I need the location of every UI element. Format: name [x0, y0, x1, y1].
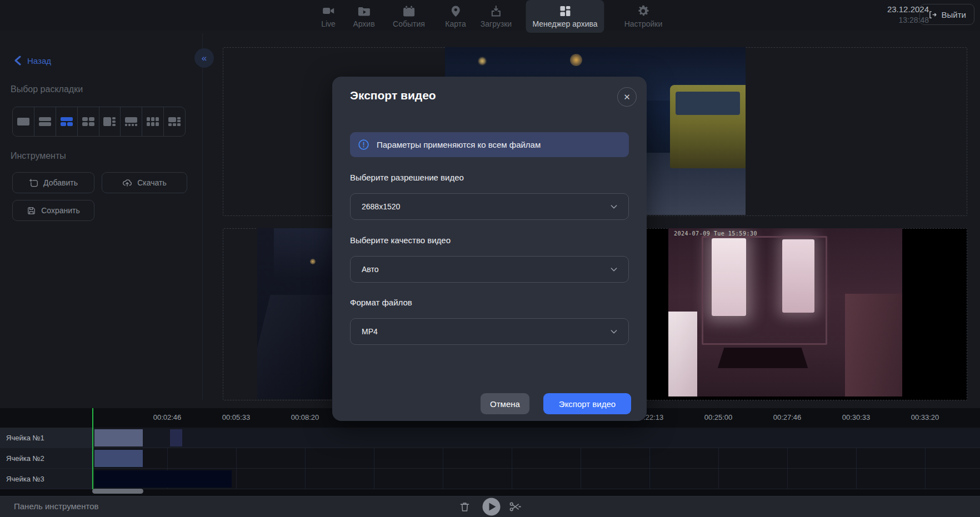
- layout-option-4[interactable]: [78, 107, 99, 136]
- recording-segment[interactable]: [94, 450, 143, 467]
- nav-item-label: Загрузки: [481, 19, 512, 28]
- archive-manager-screen: Live Архив События Карта Загрузки Менедж…: [0, 0, 980, 517]
- add-button-label: Добавить: [43, 178, 78, 187]
- layout-7-icon: [146, 116, 160, 127]
- play-button[interactable]: [482, 497, 501, 516]
- save-button[interactable]: Сохранить: [12, 200, 94, 221]
- layout-6-icon: [124, 116, 138, 127]
- nav-item-settings[interactable]: Настройки: [618, 2, 669, 31]
- save-button-label: Сохранить: [41, 206, 80, 215]
- chevron-down-icon: [609, 265, 618, 274]
- timeline-row-3[interactable]: Ячейка №3: [0, 469, 980, 489]
- row-label: Ячейка №3: [0, 469, 92, 489]
- format-select[interactable]: MP4: [350, 318, 629, 345]
- street-light-glow: [478, 57, 486, 65]
- time-tick: 00:25:00: [704, 413, 733, 421]
- layout-2-icon: [38, 116, 52, 127]
- format-field-label: Формат файлов: [350, 298, 412, 307]
- floppy-disk-icon: [27, 206, 36, 215]
- top-nav-bar: Live Архив События Карта Загрузки Менедж…: [0, 0, 980, 31]
- recording-segment[interactable]: [94, 429, 143, 446]
- map-pin-icon: [449, 4, 462, 18]
- time-tick: 00:08:20: [291, 413, 319, 421]
- nav-item-downloads[interactable]: Загрузки: [474, 2, 518, 31]
- cut-button[interactable]: [508, 500, 521, 513]
- layout-option-3-selected[interactable]: [56, 107, 78, 136]
- bus-windows: [676, 92, 740, 115]
- nav-item-label: Live: [321, 19, 336, 28]
- add-button[interactable]: Добавить: [12, 172, 94, 193]
- back-link[interactable]: Назад: [14, 56, 51, 66]
- delete-button[interactable]: [459, 501, 471, 513]
- nav-item-events[interactable]: События: [386, 2, 432, 31]
- mosaic-grid-icon: [558, 4, 572, 18]
- nav-item-map[interactable]: Карта: [438, 2, 472, 31]
- trash-icon: [459, 501, 471, 513]
- nav-item-live[interactable]: Live: [314, 2, 342, 31]
- toolbar-title: Панель инструментов: [14, 501, 98, 511]
- play-icon: [482, 497, 501, 516]
- radiator: [668, 312, 697, 396]
- chevron-down-icon: [609, 202, 618, 211]
- info-banner-text: Параметры применяются ко всем файлам: [377, 140, 541, 149]
- time-tick: 00:30:33: [842, 413, 871, 421]
- timeline-row-2[interactable]: Ячейка №2: [0, 448, 980, 469]
- nav-item-label: События: [393, 19, 425, 28]
- resolution-field-label: Выберите разрешение видео: [350, 173, 464, 182]
- add-copy-icon: [29, 178, 38, 188]
- calendar-icon: [402, 4, 416, 18]
- close-modal-button[interactable]: ✕: [617, 87, 637, 107]
- playhead-marker[interactable]: [92, 408, 93, 489]
- info-banner: Параметры применяются ко всем файлам: [350, 132, 629, 157]
- layout-option-7[interactable]: [142, 107, 164, 136]
- nav-item-archive-manager[interactable]: Менеджер архива: [526, 0, 604, 33]
- logout-button[interactable]: Выйти: [919, 4, 974, 25]
- download-button-label: Скачать: [137, 178, 167, 187]
- scissors-icon: [508, 500, 521, 513]
- recording-segment[interactable]: [94, 470, 232, 488]
- layout-selector: [12, 107, 186, 137]
- quality-value: Авто: [362, 265, 379, 274]
- resolution-value: 2688x1520: [362, 202, 400, 211]
- cancel-button[interactable]: Отмена: [481, 393, 529, 414]
- recording-segment[interactable]: [170, 429, 182, 446]
- resolution-select[interactable]: 2688x1520: [350, 193, 629, 220]
- layout-option-2[interactable]: [34, 107, 56, 136]
- download-button[interactable]: Скачать: [102, 172, 187, 193]
- layout-option-5[interactable]: [99, 107, 121, 136]
- quality-select[interactable]: Авто: [350, 256, 629, 283]
- lamp-glow: [310, 259, 316, 264]
- door-frame: [702, 236, 827, 345]
- timeline-tracks: Ячейка №1 Ячейка №2 Ячейка №3: [0, 428, 980, 489]
- layout-option-6[interactable]: [121, 107, 142, 136]
- close-icon: ✕: [623, 92, 631, 102]
- layout-4-icon: [81, 116, 96, 127]
- tools-section-title: Инструменты: [11, 151, 66, 161]
- timeline-row-1[interactable]: Ячейка №1: [0, 428, 980, 448]
- layout-section-title: Выбор раскладки: [11, 84, 83, 94]
- camera-video-bottom-right[interactable]: 2024-07-09 Tue 15:59:30: [668, 228, 902, 396]
- nav-item-label: Менеджер архива: [532, 19, 597, 28]
- timeline-horizontal-scrollbar[interactable]: [92, 489, 143, 494]
- double-chevron-left-icon: «: [202, 53, 207, 64]
- timeline-scroll-track: [0, 489, 980, 496]
- layout-5-icon: [102, 116, 117, 127]
- layout-option-1[interactable]: [13, 107, 34, 136]
- layout-8-icon: [167, 116, 182, 127]
- collapse-sidebar-button[interactable]: «: [194, 48, 214, 68]
- time-tick: 00:33:20: [911, 413, 939, 421]
- chevron-left-icon: [14, 56, 22, 66]
- camera-timestamp: 2024-07-09 Tue 15:59:30: [674, 230, 757, 237]
- layout-option-8[interactable]: [164, 107, 185, 136]
- sidebar-divider: [202, 33, 203, 400]
- nav-item-label: Настройки: [624, 19, 663, 28]
- logout-label: Выйти: [942, 10, 966, 19]
- export-submit-button[interactable]: Экспорт видео: [543, 393, 631, 414]
- row-label: Ячейка №2: [0, 448, 92, 468]
- nav-item-archive[interactable]: Архив: [346, 2, 381, 31]
- cloud-arrow-icon: [122, 178, 132, 188]
- quality-field-label: Выберите качество видео: [350, 235, 451, 245]
- chevron-down-icon: [609, 327, 618, 336]
- format-value: MP4: [362, 327, 378, 336]
- info-exclamation-icon: [358, 139, 369, 150]
